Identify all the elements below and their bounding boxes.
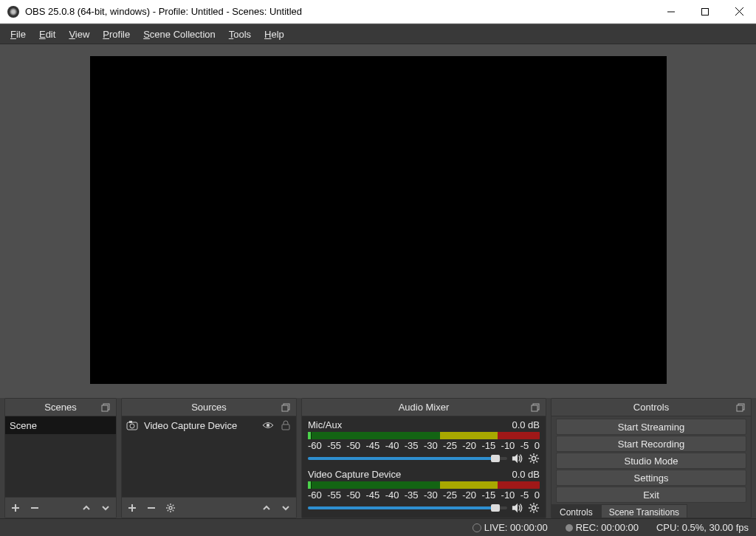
menu-tools[interactable]: Tools bbox=[223, 27, 257, 41]
source-settings-button[interactable] bbox=[165, 502, 176, 514]
broadcast-icon bbox=[472, 523, 481, 532]
channel-name: Video Capture Device bbox=[308, 469, 401, 480]
volume-slider[interactable] bbox=[308, 457, 507, 460]
popout-icon[interactable] bbox=[736, 402, 748, 413]
gear-icon[interactable] bbox=[528, 502, 540, 514]
popout-icon[interactable] bbox=[281, 402, 293, 413]
menu-edit[interactable]: Edit bbox=[33, 27, 61, 41]
exit-button[interactable]: Exit bbox=[556, 487, 746, 503]
mixer-channel: Mic/Aux0.0 dB-60-55-50-45-40-35-30-25-20… bbox=[302, 416, 546, 466]
source-item[interactable]: Video Capture Device bbox=[122, 416, 296, 434]
svg-rect-51 bbox=[737, 405, 743, 411]
svg-line-48 bbox=[530, 510, 532, 512]
meter-ticks: -60-55-50-45-40-35-30-25-20-15-10-50 bbox=[308, 489, 540, 501]
svg-line-47 bbox=[536, 510, 537, 512]
svg-rect-1 bbox=[702, 8, 709, 15]
svg-rect-15 bbox=[282, 425, 289, 430]
status-cpu: CPU: 0.5%, 30.00 fps bbox=[656, 522, 749, 533]
preview-canvas[interactable] bbox=[90, 56, 667, 384]
menu-file[interactable]: File bbox=[4, 27, 32, 41]
mixer-title: Audio Mixer bbox=[399, 402, 450, 413]
svg-rect-5 bbox=[102, 405, 108, 411]
svg-line-37 bbox=[536, 461, 537, 462]
eye-icon[interactable] bbox=[262, 419, 274, 431]
popout-icon[interactable] bbox=[531, 402, 543, 413]
audio-mixer-panel: Audio Mixer Mic/Aux0.0 dB-60-55-50-45-40… bbox=[301, 398, 546, 518]
menubar: File Edit View Profile Scene Collection … bbox=[0, 24, 756, 44]
source-label: Video Capture Device bbox=[144, 420, 237, 431]
start-streaming-button[interactable]: Start Streaming bbox=[556, 419, 746, 435]
svg-point-12 bbox=[130, 424, 134, 428]
preview-area bbox=[0, 44, 756, 398]
svg-point-31 bbox=[532, 456, 535, 460]
lock-icon[interactable] bbox=[280, 419, 292, 431]
svg-line-39 bbox=[536, 455, 537, 456]
speaker-icon[interactable] bbox=[512, 502, 523, 514]
svg-line-27 bbox=[173, 504, 173, 505]
titlebar: OBS 25.0.8 (64-bit, windows) - Profile: … bbox=[0, 0, 756, 24]
svg-marker-40 bbox=[512, 504, 518, 512]
source-down-button[interactable] bbox=[280, 502, 292, 514]
controls-panel: Controls Start Streaming Start Recording… bbox=[551, 398, 752, 518]
volume-meter bbox=[308, 481, 540, 489]
menu-view[interactable]: View bbox=[63, 27, 95, 41]
svg-rect-29 bbox=[532, 405, 537, 411]
menu-profile[interactable]: Profile bbox=[97, 27, 136, 41]
svg-line-25 bbox=[173, 509, 173, 510]
svg-line-49 bbox=[536, 504, 537, 506]
svg-line-36 bbox=[530, 455, 532, 456]
add-scene-button[interactable] bbox=[10, 502, 21, 514]
svg-rect-13 bbox=[129, 421, 132, 423]
minimize-button[interactable] bbox=[654, 0, 688, 24]
meter-ticks: -60-55-50-45-40-35-30-25-20-15-10-50 bbox=[308, 440, 540, 451]
source-up-button[interactable] bbox=[261, 502, 272, 514]
add-source-button[interactable] bbox=[126, 502, 138, 514]
mixer-channel: Video Capture Device0.0 dB-60-55-50-45-4… bbox=[302, 466, 546, 515]
svg-marker-30 bbox=[512, 454, 518, 463]
start-recording-button[interactable]: Start Recording bbox=[556, 436, 746, 452]
scenes-panel: Scenes Scene bbox=[4, 398, 117, 518]
volume-meter bbox=[308, 432, 540, 439]
svg-line-24 bbox=[168, 504, 168, 505]
menu-help[interactable]: Help bbox=[258, 27, 290, 41]
remove-source-button[interactable] bbox=[145, 502, 157, 514]
svg-point-19 bbox=[169, 506, 172, 509]
tab-scene-transitions[interactable]: Scene Transitions bbox=[601, 504, 687, 518]
popout-icon[interactable] bbox=[101, 402, 113, 413]
scene-item[interactable]: Scene bbox=[5, 416, 116, 434]
svg-line-46 bbox=[530, 504, 532, 506]
status-rec: REC: 00:00:00 bbox=[566, 522, 639, 533]
maximize-button[interactable] bbox=[688, 0, 722, 24]
svg-rect-10 bbox=[282, 405, 288, 411]
channel-name: Mic/Aux bbox=[308, 419, 342, 430]
gear-icon[interactable] bbox=[528, 453, 540, 464]
sources-panel: Sources Video Capture Device bbox=[121, 398, 297, 518]
status-live: LIVE: 00:00:00 bbox=[472, 522, 548, 533]
tab-controls[interactable]: Controls bbox=[551, 504, 601, 518]
settings-button[interactable]: Settings bbox=[556, 470, 746, 486]
sources-title: Sources bbox=[191, 402, 227, 413]
svg-line-26 bbox=[168, 509, 168, 510]
channel-db: 0.0 dB bbox=[512, 419, 540, 430]
obs-logo-icon bbox=[7, 6, 19, 18]
channel-db: 0.0 dB bbox=[512, 469, 540, 480]
close-button[interactable] bbox=[722, 0, 756, 24]
controls-title: Controls bbox=[633, 402, 669, 413]
studio-mode-button[interactable]: Studio Mode bbox=[556, 453, 746, 469]
window-title: OBS 25.0.8 (64-bit, windows) - Profile: … bbox=[25, 6, 654, 17]
status-bar: LIVE: 00:00:00 REC: 00:00:00 CPU: 0.5%, … bbox=[0, 518, 756, 536]
scene-up-button[interactable] bbox=[80, 502, 92, 514]
speaker-icon[interactable] bbox=[512, 453, 523, 464]
camera-icon bbox=[126, 419, 138, 431]
svg-point-41 bbox=[532, 506, 535, 509]
scene-down-button[interactable] bbox=[100, 502, 111, 514]
volume-slider[interactable] bbox=[308, 506, 507, 509]
dock-panels: Scenes Scene Sources Video Capture Devic… bbox=[0, 398, 756, 518]
menu-scene-collection[interactable]: Scene Collection bbox=[137, 27, 221, 41]
scenes-title: Scenes bbox=[44, 402, 76, 413]
svg-line-38 bbox=[530, 461, 532, 462]
svg-point-14 bbox=[267, 424, 269, 427]
remove-scene-button[interactable] bbox=[29, 502, 41, 514]
record-icon bbox=[566, 524, 573, 532]
